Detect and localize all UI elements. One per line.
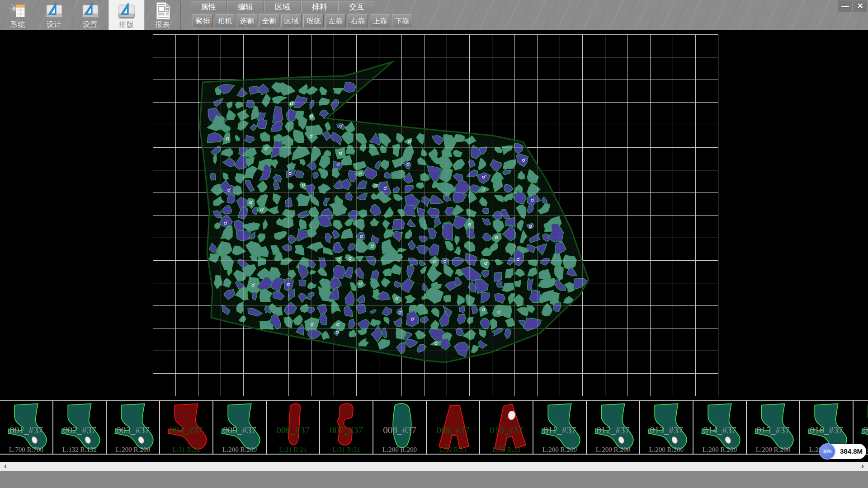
piece-shape bbox=[533, 401, 586, 454]
action-button-瑕疵[interactable]: 瑕疵 bbox=[303, 14, 324, 27]
piece-shape bbox=[213, 401, 266, 454]
report-icon bbox=[153, 1, 173, 21]
piece-thumbnail-007_#37[interactable]: 007_#37L:31 R:31 bbox=[320, 401, 373, 454]
piece-shape bbox=[160, 401, 212, 454]
action-button-全割[interactable]: 全割 bbox=[259, 14, 279, 27]
piece-thumbnail-011_#37[interactable]: 011_#37L:200 R:200 bbox=[533, 401, 587, 454]
piece-shape bbox=[480, 401, 533, 454]
piece-shape bbox=[0, 401, 52, 454]
action-button-选割[interactable]: 选割 bbox=[237, 14, 257, 27]
main-button-设置[interactable]: 设置 bbox=[72, 0, 108, 30]
minimize-icon[interactable]: — bbox=[838, 0, 852, 12]
piece-thumbnail-015_#37[interactable]: 015_#37L:200 R:200 bbox=[747, 401, 800, 454]
menu-tab-区域[interactable]: 区域 bbox=[264, 1, 301, 12]
piece-shape bbox=[747, 401, 799, 454]
piece-thumbnail-008_#37[interactable]: 008_#37L:200 R:200 bbox=[373, 401, 427, 454]
piece-thumbnail-012_#37[interactable]: 012_#37L:200 R:200 bbox=[587, 401, 640, 454]
main-button-label: 报表 bbox=[145, 20, 180, 30]
action-button-聚排[interactable]: 聚排 bbox=[193, 14, 213, 27]
main-button-label: 排版 bbox=[108, 20, 144, 30]
action-button-相机[interactable]: 相机 bbox=[215, 14, 235, 27]
set-square-icon bbox=[117, 1, 137, 21]
piece-thumbnail-003_#37[interactable]: 003_#37L:200 R:200 bbox=[107, 401, 160, 454]
app-window: 系统设计设置排版报表 属性编辑区域排料交互 聚排相机选割全割区域瑕疵左靠右靠上靠… bbox=[0, 0, 868, 488]
piece-thumbnail-013_#37[interactable]: 013_#37L:200 R:200 bbox=[640, 401, 693, 454]
piece-thumbnail-006_#37[interactable]: 006_#37L:21 R:21 bbox=[267, 401, 320, 454]
menu-tab-属性[interactable]: 属性 bbox=[190, 1, 227, 12]
piece-shape bbox=[320, 401, 373, 454]
piece-shape bbox=[267, 401, 319, 454]
piece-shape bbox=[373, 401, 426, 454]
piece-thumbnail-strip: 001_#37L:700 R:700002_#37L:132 R:132003_… bbox=[0, 400, 868, 455]
toolbar: 系统设计设置排版报表 属性编辑区域排料交互 聚排相机选割全割区域瑕疵左靠右靠上靠… bbox=[0, 0, 868, 30]
piece-thumbnail-009_#37[interactable]: 009_#37L:32 R:31 bbox=[427, 401, 480, 454]
piece-shape bbox=[53, 401, 106, 454]
action-button-上靠[interactable]: 上靠 bbox=[370, 14, 390, 27]
piece-shape bbox=[107, 401, 159, 454]
piece-thumbnail-010_#37[interactable]: 010_#37L:33 R:33 bbox=[480, 401, 533, 454]
window-controls: — ✕ bbox=[838, 0, 867, 12]
main-button-设计[interactable]: 设计 bbox=[36, 0, 72, 30]
menu-tab-排料[interactable]: 排料 bbox=[301, 1, 338, 12]
main-button-label: 设计 bbox=[36, 20, 72, 30]
piece-thumbnail-004_#37[interactable]: 004_#37L:31 R:31 bbox=[160, 401, 213, 454]
action-button-右靠[interactable]: 右靠 bbox=[348, 14, 368, 27]
piece-thumbnail-002_#37[interactable]: 002_#37L:132 R:132 bbox=[53, 401, 107, 454]
gear-doc-icon bbox=[8, 1, 28, 21]
piece-shape bbox=[693, 401, 746, 454]
main-toolbar-buttons: 系统设计设置排版报表 bbox=[0, 0, 181, 30]
action-button-左靠[interactable]: 左靠 bbox=[326, 14, 346, 27]
main-button-label: 设置 bbox=[72, 20, 108, 30]
progress-circle: 38% bbox=[819, 443, 835, 460]
piece-shape bbox=[587, 401, 639, 454]
main-button-排版[interactable]: 排版 bbox=[108, 0, 145, 30]
piece-shape bbox=[640, 401, 693, 454]
action-button-区域[interactable]: 区域 bbox=[281, 14, 302, 27]
piece-thumbnail-001_#37[interactable]: 001_#37L:700 R:700 bbox=[0, 401, 53, 454]
menu-tab-bar: 属性编辑区域排料交互 bbox=[190, 1, 375, 12]
piece-thumbnail-005_#37[interactable]: 005_#37L:200 R:200 bbox=[213, 401, 267, 454]
piece-shape bbox=[427, 401, 479, 454]
action-button-下靠[interactable]: 下靠 bbox=[392, 14, 412, 27]
horizontal-scrollbar[interactable]: ‹ › bbox=[0, 462, 868, 471]
main-button-label: 系统 bbox=[0, 20, 36, 30]
status-badge[interactable]: 384.8M 38% bbox=[819, 443, 866, 460]
nesting-canvas[interactable] bbox=[0, 30, 868, 400]
main-button-系统[interactable]: 系统 bbox=[0, 0, 36, 30]
close-icon[interactable]: ✕ bbox=[853, 0, 867, 12]
status-bar bbox=[0, 471, 868, 488]
set-square-icon bbox=[44, 1, 64, 21]
set-square-icon bbox=[80, 1, 100, 21]
scroll-left-icon[interactable]: ‹ bbox=[0, 462, 11, 471]
menu-tab-编辑[interactable]: 编辑 bbox=[227, 1, 264, 12]
memory-value: 384.8M bbox=[837, 444, 865, 459]
action-button-bar: 聚排相机选割全割区域瑕疵左靠右靠上靠下靠 bbox=[193, 14, 412, 27]
scroll-right-icon[interactable]: › bbox=[857, 462, 868, 471]
main-button-报表[interactable]: 报表 bbox=[145, 0, 181, 30]
piece-thumbnail-014_#37[interactable]: 014_#37L:200 R:200 bbox=[693, 401, 747, 454]
menu-tab-交互[interactable]: 交互 bbox=[338, 1, 375, 12]
